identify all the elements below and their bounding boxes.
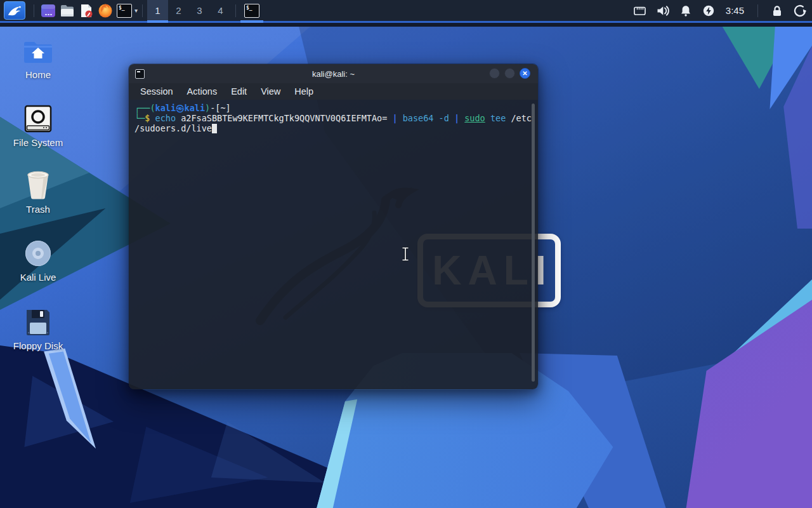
floppy-disk-icon	[5, 307, 71, 336]
panel-clock[interactable]: 3:45	[723, 5, 747, 16]
terminal-text-segment: a2FsaSBBTEw9KEFMTCkgTk9QQVNTV0Q6IEFMTAo=	[181, 113, 392, 123]
panel-substrip	[0, 23, 812, 27]
desktop-icon-home[interactable]: Home	[5, 36, 71, 80]
terminal-scrollbar[interactable]	[532, 104, 535, 382]
text-editor-icon	[79, 3, 94, 18]
desktop-icon-label: Floppy Disk	[5, 340, 71, 351]
desktop-icon-trash[interactable]: Trash	[5, 170, 71, 215]
terminal-icon: $_	[244, 4, 259, 18]
panel-separator	[34, 4, 34, 17]
terminal-window: kali@kali: ~ ✕ Session Actions Edit View…	[128, 64, 539, 390]
terminal-line: ┌──(kali㉿kali)-[~]	[134, 103, 532, 113]
close-button[interactable]: ✕	[520, 68, 530, 79]
terminal-text-segment: |	[392, 113, 402, 123]
terminal-text-segment: /sudoers.d/live	[134, 123, 212, 133]
window-titlebar[interactable]: kali@kali: ~ ✕	[129, 64, 538, 83]
kali-logo-icon	[7, 4, 22, 18]
workspace-4[interactable]: 4	[210, 0, 231, 21]
launcher-file-manager[interactable]	[58, 2, 77, 20]
logout-icon[interactable]	[792, 3, 808, 19]
desktop-icon-floppy-disk[interactable]: Floppy Disk	[5, 307, 71, 351]
home-folder-icon	[5, 36, 71, 65]
workspace-2[interactable]: 2	[168, 0, 189, 21]
chevron-down-icon[interactable]: ▾	[134, 7, 138, 14]
desktop-icon-label: File System	[5, 137, 71, 148]
terminal-text-segment: ┌──(	[134, 103, 155, 113]
workspace-1[interactable]: 1	[147, 0, 168, 21]
menu-session[interactable]: Session	[134, 84, 180, 98]
terminal-text-segment: └─	[134, 113, 145, 123]
desktop-icon-label: Trash	[5, 204, 71, 215]
launcher-firefox[interactable]	[96, 2, 115, 20]
desktop-icon-kali-live[interactable]: Kali Live	[5, 238, 71, 283]
terminal-menubar: Session Actions Edit View Help	[129, 83, 538, 100]
terminal-line: └─$ echo a2FsaSBBTEw9KEFMTCkgTk9QQVNTV0Q…	[134, 113, 532, 123]
launcher-terminal[interactable]: $_	[115, 2, 134, 20]
terminal-output: ┌──(kali㉿kali)-[~]└─$ echo a2FsaSBBTEw9K…	[134, 103, 532, 133]
kali-desktop: KALI Home File System	[0, 0, 812, 508]
terminal-text-segment: -[~]	[210, 103, 231, 113]
ibeam-cursor-icon	[401, 246, 410, 262]
launcher-app-grid[interactable]	[39, 2, 58, 20]
top-panel: $_ ▾ 1 2 3 4 $_	[0, 0, 812, 27]
terminal-text-segment: /etc	[511, 113, 532, 123]
terminal-body[interactable]: ┌──(kali㉿kali)-[~]└─$ echo a2FsaSBBTEw9K…	[129, 100, 538, 389]
menu-help[interactable]: Help	[288, 84, 320, 98]
terminal-text-segment: $	[145, 113, 155, 123]
maximize-button[interactable]	[504, 68, 515, 79]
workspace-3[interactable]: 3	[189, 0, 210, 21]
hard-drive-icon	[5, 104, 71, 133]
desktop-icon-file-system[interactable]: File System	[5, 104, 71, 148]
terminal-text-segment: )	[205, 103, 210, 113]
terminal-text-segment: |	[454, 113, 464, 123]
trash-bin-icon	[5, 170, 71, 199]
applications-menu-button[interactable]	[4, 1, 25, 20]
menu-actions[interactable]: Actions	[181, 84, 224, 98]
launcher-text-editor[interactable]	[77, 2, 96, 20]
minimize-button[interactable]	[489, 68, 500, 79]
volume-icon[interactable]	[655, 3, 671, 19]
app-grid-icon	[41, 3, 56, 18]
menu-view[interactable]: View	[254, 84, 287, 98]
terminal-text-segment: base64 -d	[403, 113, 454, 123]
window-title: kali@kali: ~	[129, 69, 538, 79]
firefox-icon	[98, 3, 113, 18]
taskbar-terminal-button[interactable]: $_	[240, 0, 263, 21]
terminal-cursor	[212, 124, 217, 133]
panel-separator	[142, 4, 143, 17]
panel-separator	[757, 4, 758, 17]
desktop-icon-label: Home	[5, 69, 71, 80]
network-icon[interactable]	[632, 3, 648, 19]
panel-separator	[235, 4, 236, 17]
terminal-icon: $_	[117, 4, 132, 18]
menu-edit[interactable]: Edit	[225, 84, 253, 98]
file-manager-icon	[60, 3, 75, 18]
notifications-bell-icon[interactable]	[678, 3, 694, 19]
terminal-text-segment: kali㉿kali	[155, 103, 206, 113]
lock-screen-icon[interactable]	[769, 3, 785, 19]
terminal-text-segment: sudo	[464, 113, 485, 123]
terminal-text-segment: echo	[155, 113, 181, 123]
terminal-line: /sudoers.d/live	[134, 123, 532, 133]
optical-disc-icon	[5, 238, 71, 267]
terminal-text-segment: tee	[485, 113, 511, 123]
power-manager-icon[interactable]	[700, 3, 717, 19]
desktop-icon-label: Kali Live	[5, 272, 71, 283]
